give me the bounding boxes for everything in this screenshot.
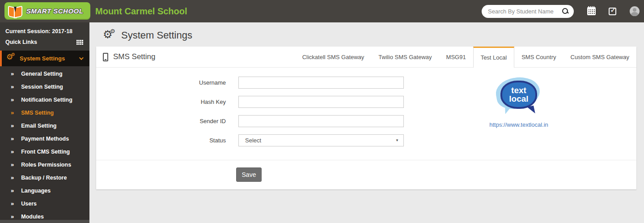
smart-school-logo[interactable]: SMART SCHOOL bbox=[4, 2, 90, 20]
sms-gateway-tabs: Clickatell SMS Gateway Twilio SMS Gatewa… bbox=[295, 47, 636, 67]
search-input[interactable] bbox=[488, 8, 562, 15]
user-avatar[interactable] bbox=[630, 6, 640, 16]
hash-key-label: Hash Key bbox=[96, 99, 238, 105]
sms-setting-card: SMS Setting Clickatell SMS Gateway Twili… bbox=[96, 47, 636, 189]
double-chevron-icon: » bbox=[11, 187, 13, 194]
card-header: SMS Setting Clickatell SMS Gateway Twili… bbox=[96, 47, 636, 68]
sidebar-bottom-strip bbox=[0, 220, 89, 223]
double-chevron-icon: » bbox=[11, 200, 13, 207]
app-root: SMART SCHOOL Mount Carmel School Current… bbox=[0, 0, 644, 223]
sidebar-item-roles-permissions[interactable]: »Roles Permissions bbox=[0, 158, 89, 171]
speech-bubble-front-icon: text local bbox=[500, 81, 537, 109]
tab-test-local[interactable]: Test Local bbox=[473, 47, 515, 68]
header-actions bbox=[482, 0, 640, 22]
sidebar-item-languages[interactable]: »Languages bbox=[0, 184, 89, 197]
tab-msg91[interactable]: MSG91 bbox=[439, 47, 473, 67]
double-chevron-icon: » bbox=[11, 70, 13, 77]
save-button[interactable]: Save bbox=[236, 167, 262, 182]
grid-icon bbox=[76, 40, 83, 45]
quick-links-label: Quick Links bbox=[5, 39, 37, 45]
logo-text: SMART SCHOOL bbox=[26, 7, 83, 15]
gears-icon: ⚙⚙ bbox=[6, 55, 16, 63]
page-title: ⚙⚙ System Settings bbox=[89, 22, 644, 41]
sidebar-parent-label: System Settings bbox=[20, 55, 65, 62]
sidebar-submenu: »General Setting »Session Setting »Notif… bbox=[0, 66, 89, 223]
sidebar-item-backup-restore[interactable]: »Backup / Restore bbox=[0, 171, 89, 184]
current-session-label: Current Session: 2017-18 bbox=[0, 22, 89, 35]
hash-key-input[interactable] bbox=[238, 96, 404, 108]
sidebar-item-system-settings[interactable]: ⚙⚙ System Settings bbox=[0, 51, 89, 66]
mobile-phone-icon bbox=[103, 53, 108, 61]
top-header: SMART SCHOOL Mount Carmel School bbox=[0, 0, 644, 22]
tab-clickatell-sms-gateway[interactable]: Clickatell SMS Gateway bbox=[295, 47, 372, 67]
sidebar-item-payment-methods[interactable]: »Payment Methods bbox=[0, 132, 89, 145]
tab-sms-country[interactable]: SMS Country bbox=[514, 47, 563, 67]
sender-id-input[interactable] bbox=[238, 115, 404, 127]
double-chevron-icon: » bbox=[11, 213, 13, 220]
school-name-title: Mount Carmel School bbox=[95, 0, 187, 22]
status-selected-value: Select bbox=[245, 137, 261, 144]
sidebar-item-sms-setting[interactable]: »SMS Setting bbox=[0, 106, 89, 119]
sidebar-item-notification-setting[interactable]: »Notification Setting bbox=[0, 93, 89, 106]
username-label: Username bbox=[96, 79, 238, 86]
double-chevron-icon: » bbox=[11, 83, 13, 90]
double-chevron-icon: » bbox=[11, 109, 13, 116]
sidebar-item-session-setting[interactable]: »Session Setting bbox=[0, 80, 89, 93]
card-footer: Save bbox=[96, 160, 636, 189]
double-chevron-icon: » bbox=[11, 135, 13, 142]
status-label: Status bbox=[96, 137, 238, 144]
gears-icon: ⚙⚙ bbox=[103, 30, 116, 41]
double-chevron-icon: » bbox=[11, 148, 13, 155]
card-body: Username Hash Key Sender ID Status Selec… bbox=[96, 68, 636, 160]
double-chevron-icon: » bbox=[11, 174, 13, 181]
select-arrow-icon: ▼ bbox=[395, 138, 399, 142]
tab-custom-sms-gateway[interactable]: Custom SMS Gateway bbox=[564, 47, 637, 67]
main-content: ⚙⚙ System Settings SMS Setting Clickatel… bbox=[89, 22, 644, 223]
textlocal-logo: text local bbox=[494, 76, 543, 117]
chevron-down-icon bbox=[79, 56, 84, 60]
username-row: Username bbox=[96, 77, 636, 89]
hash-key-row: Hash Key bbox=[96, 96, 636, 108]
sender-id-label: Sender ID bbox=[96, 118, 238, 124]
card-title: SMS Setting bbox=[96, 47, 156, 67]
sender-id-row: Sender ID bbox=[96, 115, 636, 127]
sidebar-item-general-setting[interactable]: »General Setting bbox=[0, 67, 89, 80]
search-icon[interactable] bbox=[562, 8, 569, 15]
double-chevron-icon: » bbox=[11, 96, 13, 103]
quick-links[interactable]: Quick Links bbox=[0, 35, 89, 51]
sidebar-item-front-cms-setting[interactable]: »Front CMS Setting bbox=[0, 145, 89, 158]
textlocal-link[interactable]: https://www.textlocal.in bbox=[483, 121, 555, 128]
tasks-check-icon[interactable] bbox=[609, 8, 616, 15]
status-row: Status Select ▼ bbox=[96, 134, 636, 146]
sidebar: Current Session: 2017-18 Quick Links ⚙⚙ … bbox=[0, 22, 89, 223]
sidebar-item-users[interactable]: »Users bbox=[0, 197, 89, 210]
textlocal-vendor-block: text local https://www.textlocal.in bbox=[483, 76, 555, 128]
double-chevron-icon: » bbox=[11, 122, 13, 129]
sidebar-item-email-setting[interactable]: »Email Setting bbox=[0, 119, 89, 132]
double-chevron-icon: » bbox=[11, 161, 13, 168]
calendar-icon[interactable] bbox=[587, 7, 596, 15]
status-select[interactable]: Select ▼ bbox=[238, 134, 404, 146]
book-logo-icon bbox=[8, 5, 22, 17]
tab-twilio-sms-gateway[interactable]: Twilio SMS Gateway bbox=[371, 47, 439, 67]
student-search bbox=[482, 5, 574, 18]
username-input[interactable] bbox=[238, 77, 404, 89]
